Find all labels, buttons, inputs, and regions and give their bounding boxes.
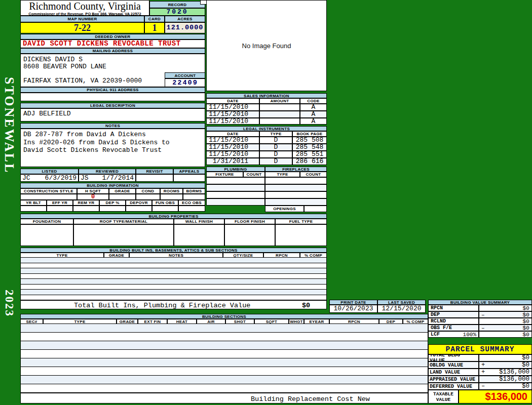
- openings-value: [304, 206, 327, 212]
- listed-date: 6/3/2019: [45, 174, 77, 182]
- depovr-value: [126, 206, 152, 212]
- bs-row: [20, 350, 428, 358]
- sales-row-code: A: [300, 118, 327, 125]
- fireplaces-title: FIREPLACES: [265, 167, 327, 172]
- bs-row: [20, 341, 428, 350]
- instr-row-book: 285 548: [292, 144, 327, 151]
- building-information-title: BUILDING INFORMATION: [20, 183, 205, 188]
- building-sections-title: BUILDING SECTIONS: [20, 314, 428, 319]
- bs-row: [20, 333, 428, 341]
- fuel-type-value: [275, 224, 327, 246]
- legal-description-box: ADJ BELFIELD: [20, 108, 205, 122]
- instr-row-type: D: [259, 151, 292, 158]
- sales-row-amount: [259, 104, 300, 111]
- mailing-line-2: 8608 BEAVER POND LANE: [23, 63, 106, 70]
- instr-row-date: 11/15/2010: [206, 144, 259, 151]
- taxable-value-label: TAXABLE VALUE: [428, 390, 459, 403]
- effyr-label: EFF YR: [47, 200, 73, 206]
- acres-value: 121.0000: [165, 22, 205, 33]
- property-record-card: STONEWALL 2023 Richmond County, Virginia…: [0, 0, 532, 405]
- remyr-value: [73, 206, 99, 212]
- roof-type-label: ROOF TYPE/MATERIAL: [73, 219, 174, 224]
- bs-type-label: TYPE: [43, 319, 117, 324]
- bvs-label-cell: RCLND: [428, 318, 479, 325]
- builtins-row: [20, 295, 327, 300]
- builtins-notes-label: NOTES: [129, 253, 223, 258]
- foundation-label: FOUNDATION: [20, 219, 73, 224]
- mailing-address-label: MAILING ADDRESS: [20, 48, 205, 54]
- construction-style-label: CONSTRUCTION STYLE: [20, 188, 77, 194]
- instr-row-date: 1/31/2011: [206, 158, 259, 165]
- instr-row-type: D: [259, 144, 292, 151]
- yrblt-label: YR BLT: [20, 200, 47, 206]
- bs-row: [20, 384, 428, 393]
- bvs-label: RCLND: [431, 318, 446, 324]
- bs-comp-label: % COMP: [403, 319, 428, 324]
- reviewed-by: JS: [81, 174, 89, 182]
- instr-row-type: D: [259, 158, 292, 165]
- bs-row: [20, 324, 428, 333]
- instr-row-book: 285 508: [292, 137, 327, 144]
- ecoobs-value: [178, 206, 205, 212]
- bs-grade-label: GRADE: [117, 319, 138, 324]
- listed-label: LISTED: [20, 169, 79, 174]
- instr-row-book: 286 616: [292, 158, 327, 165]
- plumbing-title: PLUMBING: [206, 167, 265, 172]
- sidebar-year-label: 2023: [3, 290, 16, 317]
- dep-pct-value: [99, 206, 126, 212]
- notes-line-1: DB 287-787 from David A Dickens: [23, 131, 205, 139]
- bvs-value-cell: $0: [479, 318, 532, 325]
- notes-line-2: Ins #2020-026 from David S Dickens to: [23, 139, 205, 147]
- ps-op: +: [481, 369, 485, 376]
- built-ins-title: BUILDING BUILT INS, BASEMENTS, ATTICS & …: [20, 248, 327, 253]
- county-header-box: Richmond County, Virginia Commissioner o…: [20, 0, 149, 16]
- bs-dep-label: DEP: [379, 319, 403, 324]
- record-value: 7020: [149, 8, 205, 16]
- yrblt-value: [20, 206, 47, 212]
- builtins-row: [20, 268, 327, 274]
- map-number-value: 7-22: [20, 22, 144, 33]
- cond-value: [136, 194, 160, 200]
- foundation-value: [20, 224, 73, 246]
- mailing-line-1: DICKENS DAVID S: [23, 56, 83, 63]
- record-label: RECORD: [149, 1, 205, 8]
- account-value: 22409: [165, 78, 205, 87]
- bs-row: [20, 358, 428, 367]
- bs-sec-label: SEC#: [20, 319, 43, 324]
- sales-information-title: SALES INFORMATION: [206, 93, 327, 98]
- instr-row-book: 285 551: [292, 151, 327, 158]
- bvs-value: $0: [522, 325, 529, 331]
- reviewed-date: 1/7/2014: [102, 174, 134, 182]
- reviewed-value: JS 1/7/2014: [79, 174, 136, 182]
- bs-whgt-label: WHGT: [289, 319, 304, 324]
- bvs-label: DEP: [431, 312, 440, 317]
- notes-label: NOTES: [20, 123, 205, 129]
- fireplace-row: [265, 184, 327, 191]
- ps-label: DEFERRED VALUE: [430, 384, 472, 389]
- fireplace-count-label: COUNT: [300, 172, 327, 177]
- bvs-value: $0: [522, 318, 529, 325]
- bdrms-value: [183, 194, 205, 200]
- builtins-qty-label: QTY/SIZE: [223, 253, 263, 258]
- ps-value-cell: $0: [479, 354, 532, 361]
- sales-row-date: 11/15/2010: [206, 118, 259, 125]
- builtins-row: [20, 285, 327, 290]
- revisit-label: REVISIT: [136, 169, 173, 174]
- builtins-total-value: $0: [302, 302, 310, 309]
- ps-op: –: [481, 383, 485, 390]
- reviewed-label: REVIEWED: [79, 169, 136, 174]
- bs-row: [20, 376, 428, 384]
- cond-label: COND: [136, 188, 160, 194]
- builtins-type-label: TYPE: [20, 253, 104, 258]
- rooms-value: [160, 194, 183, 200]
- notes-box: DB 287-787 from David A Dickens Ins #202…: [20, 129, 205, 167]
- construction-style-value: [20, 194, 77, 200]
- bvs-label-cell: OBS F/E: [428, 325, 479, 331]
- bs-extfin-label: EXT FIN: [138, 319, 167, 324]
- fuel-type-label: FUEL TYPE: [275, 219, 327, 224]
- legal-description-value: ADJ BELFIELD: [21, 109, 205, 117]
- county-title: Richmond County, Virginia: [21, 1, 149, 11]
- ps-label-cell: DEFERRED VALUE: [428, 383, 479, 390]
- sales-row-date: 11/15/2010: [206, 104, 259, 111]
- effyr-value: [47, 206, 73, 212]
